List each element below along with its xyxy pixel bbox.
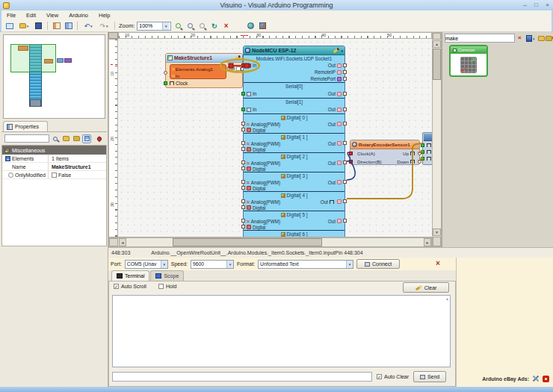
- onlymodified-checkbox[interactable]: [52, 172, 57, 178]
- digital-pin[interactable]: [241, 186, 245, 190]
- digital-pin[interactable]: [241, 225, 245, 228]
- send-button[interactable]: Send: [413, 371, 446, 382]
- vscroll-thumb[interactable]: [433, 49, 441, 80]
- scroll-up-icon[interactable]: ▲: [445, 296, 449, 301]
- component-makestructure1[interactable]: MakeStructure1 ≈Elements.Analog1 ≈In Out…: [165, 53, 243, 88]
- rotary-clock-pin[interactable]: [349, 152, 353, 155]
- menu-arduino[interactable]: Arduino: [64, 11, 93, 19]
- component-nodemcu-esp12[interactable]: NodeMCU ESP-12 ▾ Modules.WiFi.Sockets.UD…: [243, 46, 345, 237]
- edit-pencil-icon[interactable]: [333, 48, 339, 53]
- digital3-out-pin[interactable]: [343, 180, 347, 184]
- open-project-icon[interactable]: ▾: [16, 22, 31, 31]
- digital5-out-pin[interactable]: [343, 219, 347, 223]
- menu-edit[interactable]: Edit: [21, 11, 41, 19]
- auto-clear-checkbox[interactable]: ✓: [377, 374, 382, 379]
- undo-icon[interactable]: ↶▾: [81, 22, 95, 31]
- properties-group-row[interactable]: Miscellaneous: [2, 146, 106, 155]
- makestructure-clock-pin[interactable]: [164, 81, 167, 85]
- serial1-out-pin[interactable]: [343, 108, 347, 111]
- terminal-output[interactable]: ▲: [112, 295, 451, 367]
- digital-pin[interactable]: [241, 205, 245, 209]
- palette-card-makestructure[interactable]: Common ↗ ↙: [449, 45, 488, 77]
- component-rotaryencoder[interactable]: RotaryEncoderSensor1 Clock(A) Up Directi…: [350, 140, 420, 165]
- serial0-out-pin[interactable]: [343, 92, 347, 96]
- digital0-out-pin[interactable]: [343, 122, 347, 125]
- expander-icon[interactable]: +: [5, 156, 10, 161]
- refresh-icon[interactable]: ↻: [209, 22, 219, 31]
- scroll-left-icon[interactable]: ◄: [119, 238, 126, 246]
- scroll-up-icon[interactable]: ▲: [433, 40, 441, 48]
- menu-help[interactable]: Help: [93, 11, 115, 19]
- remoteport-pin[interactable]: [343, 77, 347, 81]
- hold-checkbox[interactable]: [158, 284, 164, 289]
- zoom-combobox[interactable]: 100%▾: [137, 22, 171, 31]
- menu-file[interactable]: File: [1, 11, 21, 19]
- zoom-reset-icon[interactable]: [197, 22, 207, 31]
- analog-pin[interactable]: [241, 199, 245, 203]
- clipped-in-pin-2[interactable]: [421, 150, 424, 154]
- clear-search-icon[interactable]: ×: [518, 34, 522, 41]
- filter-style-icon[interactable]: ▾: [526, 35, 535, 42]
- delete-icon[interactable]: ×: [221, 22, 231, 31]
- disconnect-icon[interactable]: ×: [436, 259, 440, 267]
- port-combobox[interactable]: COM5 (Unav▾: [125, 260, 168, 269]
- scroll-right-icon[interactable]: ►: [424, 238, 431, 246]
- dock-grid-icon[interactable]: [64, 22, 73, 31]
- analog-pin[interactable]: [241, 122, 245, 125]
- auto-clear-option[interactable]: ✓Auto Clear: [377, 374, 409, 379]
- edit-pencil-icon[interactable]: [235, 55, 241, 60]
- serial0-in-pin[interactable]: [241, 92, 245, 96]
- remoteip-pin[interactable]: [343, 70, 347, 74]
- udp-out-pin[interactable]: [343, 63, 347, 67]
- property-row-onlymodified[interactable]: OnlyModified False: [2, 171, 106, 179]
- makestructure-in-pin[interactable]: [164, 71, 167, 75]
- tools-icon[interactable]: [532, 375, 540, 382]
- build-icon[interactable]: [246, 22, 256, 31]
- digital-pin[interactable]: [241, 128, 245, 131]
- digital-pin[interactable]: [241, 147, 245, 151]
- analog-pin[interactable]: [241, 141, 245, 145]
- rotary-direction-pin[interactable]: [349, 160, 353, 164]
- property-row-name[interactable]: Name MakeStructure1: [2, 163, 106, 171]
- digital2-out-pin[interactable]: [343, 161, 347, 164]
- analog-pin[interactable]: [241, 161, 245, 164]
- minimize-button[interactable]: –: [519, 1, 531, 10]
- component-clipped-right[interactable]: [422, 132, 432, 165]
- clipped-in-pin-3[interactable]: [421, 157, 424, 161]
- design-canvas[interactable]: MakeStructure1 ≈Elements.Analog1 ≈In Out…: [118, 39, 432, 237]
- expand-all-icon[interactable]: [61, 134, 70, 143]
- digital1-out-pin[interactable]: [343, 141, 347, 145]
- redo-icon[interactable]: ↷▾: [97, 22, 111, 31]
- connect-button[interactable]: Connect: [356, 259, 400, 269]
- format-combobox[interactable]: Unformatted Text▾: [258, 260, 353, 269]
- maximize-button[interactable]: □: [531, 1, 542, 10]
- tab-scope[interactable]: Scope: [150, 270, 184, 281]
- minimap[interactable]: [3, 34, 105, 119]
- zoom-dropdown-icon[interactable]: ▾: [162, 22, 169, 30]
- collapse-all-icon[interactable]: [72, 134, 81, 143]
- properties-search-input[interactable]: [4, 134, 49, 143]
- udp-in-pin[interactable]: [241, 63, 245, 67]
- scroll-down-icon[interactable]: ▼: [433, 228, 441, 236]
- palette-search-input[interactable]: [445, 34, 515, 43]
- minimap-viewport[interactable]: [10, 44, 56, 72]
- canvas-vscrollbar[interactable]: ▲ ▼: [432, 32, 442, 247]
- digital4-out-pin[interactable]: [343, 199, 347, 203]
- auto-scroll-checkbox[interactable]: ✓: [114, 284, 119, 289]
- property-row-elements[interactable]: +Elements 1 Items: [2, 155, 106, 163]
- upload-icon[interactable]: [258, 22, 268, 31]
- new-project-icon[interactable]: [4, 22, 14, 31]
- serial1-in-pin[interactable]: [241, 108, 245, 111]
- digital-pin[interactable]: [241, 167, 245, 170]
- pin-icon[interactable]: [95, 134, 104, 143]
- speed-combobox[interactable]: 9600▾: [191, 260, 234, 269]
- zoom-out-icon[interactable]: [185, 22, 195, 31]
- structure-element-block[interactable]: ≈Elements.Analog1 ≈In: [170, 64, 226, 79]
- filter-icon[interactable]: [51, 134, 60, 143]
- save-project-icon[interactable]: [34, 22, 43, 31]
- send-input[interactable]: [112, 372, 372, 382]
- stop-ads-icon[interactable]: [543, 376, 549, 382]
- dock-left-icon[interactable]: [52, 22, 61, 31]
- analog-pin[interactable]: [241, 219, 245, 223]
- close-button[interactable]: ×: [542, 1, 553, 10]
